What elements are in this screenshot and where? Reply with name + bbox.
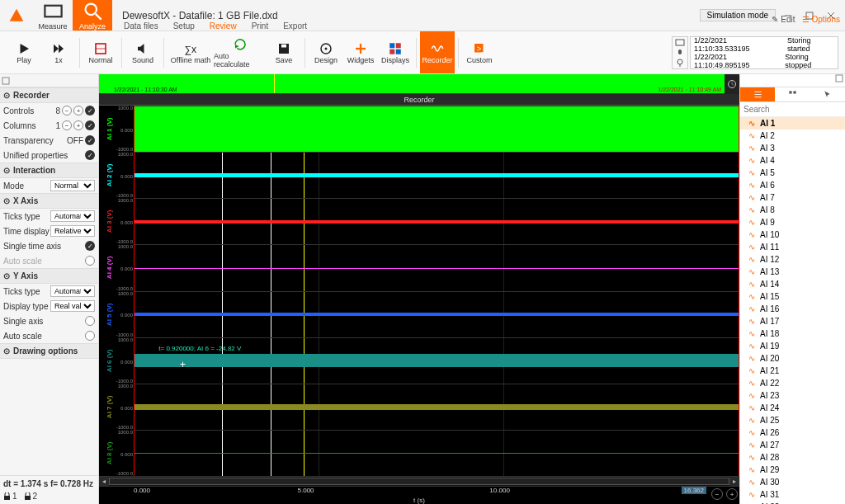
y-axis-channel-label[interactable]: AI 3 (V) xyxy=(99,198,119,244)
x-ticks-select[interactable]: Automatic xyxy=(50,210,95,222)
recorder-plot-area[interactable]: 1/22/2021 - 11:10:30 AM 1/22/2021 - 11:1… xyxy=(99,74,739,504)
channel-list-item[interactable]: ∿AI 24 xyxy=(740,402,845,414)
overview-bar[interactable]: 1/22/2021 - 11:10:30 AM 1/22/2021 - 11:1… xyxy=(99,74,725,94)
interaction-section-header[interactable]: ⊙Interaction xyxy=(0,163,98,178)
controls-apply[interactable]: ✓ xyxy=(85,106,95,115)
zoom-in-button[interactable]: + xyxy=(726,488,738,500)
xaxis-section-header[interactable]: ⊙X Axis xyxy=(0,193,98,209)
play-button[interactable]: Play xyxy=(7,31,41,73)
channel-list-item[interactable]: ∿AI 1 xyxy=(740,117,845,130)
subtab-setup[interactable]: Setup xyxy=(173,21,195,31)
channels-tab[interactable] xyxy=(740,87,775,101)
y-axis-channel-label[interactable]: AI 2 (V) xyxy=(99,152,119,198)
offline-math-button[interactable]: ∑xOffline math xyxy=(168,31,214,73)
channel-list-item[interactable]: ∿AI 26 xyxy=(740,426,845,439)
channel-list-item[interactable]: ∿AI 11 xyxy=(740,241,845,253)
time-display-select[interactable]: Relative xyxy=(50,225,95,237)
unified-toggle[interactable]: ✓ xyxy=(85,150,95,160)
y-autoscale-toggle[interactable] xyxy=(85,331,95,341)
channel-list-item[interactable]: ∿AI 22 xyxy=(740,377,845,389)
controls-minus[interactable]: − xyxy=(62,106,72,115)
display-type-select[interactable]: Real value xyxy=(50,300,95,312)
subtab-data-files[interactable]: Data files xyxy=(124,21,158,31)
channel-list-item[interactable]: ∿AI 15 xyxy=(740,290,845,303)
event-icons[interactable] xyxy=(672,36,688,69)
custom-display-button[interactable]: >_Custom xyxy=(462,31,497,73)
channel-list-item[interactable]: ∿AI 23 xyxy=(740,389,845,402)
x-autoscale-toggle[interactable] xyxy=(85,256,95,266)
scroll-thumb[interactable] xyxy=(109,478,729,485)
panel-collapse-right[interactable] xyxy=(740,74,845,87)
subtab-print[interactable]: Print xyxy=(252,21,269,31)
channel-list-item[interactable]: ∿AI 20 xyxy=(740,352,845,365)
y-axis-channel-label[interactable]: AI 5 (V) xyxy=(99,291,119,337)
clock-icon[interactable] xyxy=(725,74,739,94)
channel-list-item[interactable]: ∿AI 19 xyxy=(740,340,845,352)
channel-list-item[interactable]: ∿AI 29 xyxy=(740,464,845,476)
speed-button[interactable]: 1x xyxy=(41,31,76,73)
y-axis-channel-label[interactable]: AI 1 (V) xyxy=(99,106,119,152)
subtab-export[interactable]: Export xyxy=(283,21,307,31)
channel-list-item[interactable]: ∿AI 17 xyxy=(740,315,845,327)
displays-button[interactable]: Displays xyxy=(378,31,413,73)
single-time-toggle[interactable]: ✓ xyxy=(85,241,95,251)
y-axis-channel-label[interactable]: AI 7 (V) xyxy=(99,384,119,430)
save-button[interactable]: Save xyxy=(267,31,301,73)
channel-list-item[interactable]: ∿AI 8 xyxy=(740,204,845,216)
widgets-button[interactable]: Widgets xyxy=(343,31,378,73)
yaxis-section-header[interactable]: ⊙Y Axis xyxy=(0,268,98,284)
options-link[interactable]: ☰ Options xyxy=(802,15,840,24)
search-input[interactable] xyxy=(744,105,845,114)
columns-apply[interactable]: ✓ xyxy=(85,120,95,130)
panel-collapse-left[interactable] xyxy=(0,74,98,87)
overview-cursor[interactable] xyxy=(274,74,275,93)
channel-list-item[interactable]: ∿AI 14 xyxy=(740,278,845,290)
controls-plus[interactable]: + xyxy=(73,106,83,115)
channel-list-item[interactable]: ∿AI 18 xyxy=(740,327,845,340)
scroll-right[interactable]: ▸ xyxy=(729,477,739,486)
channel-list-item[interactable]: ∿AI 28 xyxy=(740,451,845,464)
auto-recalculate-button[interactable]: Auto recalculate xyxy=(214,31,267,73)
measure-tab[interactable]: Measure xyxy=(33,0,73,31)
recorder-section-header[interactable]: ⊙Recorder xyxy=(0,87,98,103)
plot-canvas[interactable]: t= 0.920000; AI 6 = -24.82 V+ xyxy=(134,106,739,476)
zoom-out-button[interactable]: − xyxy=(711,488,723,500)
channel-list-item[interactable]: ∿AI 3 xyxy=(740,142,845,154)
cursor-tab[interactable] xyxy=(810,87,845,101)
recorder-display-button[interactable]: Recorder xyxy=(420,31,455,73)
normal-mode-button[interactable]: Normal xyxy=(83,31,118,73)
channel-list-item[interactable]: ∿AI 27 xyxy=(740,439,845,451)
columns-plus[interactable]: + xyxy=(73,120,83,130)
channel-list-item[interactable]: ∿AI 9 xyxy=(740,216,845,228)
y-axis-channel-label[interactable]: AI 6 (V) xyxy=(99,337,119,384)
cursor-lock-1[interactable]: 1 xyxy=(3,492,17,501)
analyze-tab[interactable]: Analyze xyxy=(73,0,112,31)
y-axis-channel-label[interactable]: AI 4 (V) xyxy=(99,244,119,290)
channel-list-item[interactable]: ∿AI 5 xyxy=(740,167,845,179)
channel-list-item[interactable]: ∿AI 4 xyxy=(740,154,845,167)
design-button[interactable]: Design xyxy=(309,31,343,73)
channel-list-item[interactable]: ∿AI 16 xyxy=(740,303,845,315)
sound-button[interactable]: Sound xyxy=(125,31,160,73)
channel-list-item[interactable]: ∿AI 32 xyxy=(740,501,845,504)
channel-list-item[interactable]: ∿AI 2 xyxy=(740,130,845,142)
channel-list-item[interactable]: ∿AI 30 xyxy=(740,476,845,488)
channel-list-item[interactable]: ∿AI 10 xyxy=(740,228,845,241)
y-axis-channel-label[interactable]: AI 8 (V) xyxy=(99,430,119,476)
channel-list-item[interactable]: ∿AI 13 xyxy=(740,266,845,278)
channel-list-item[interactable]: ∿AI 21 xyxy=(740,365,845,377)
edit-link[interactable]: ✎ Edit xyxy=(772,15,795,24)
time-scrollbar[interactable]: ◂ ▸ xyxy=(99,476,739,486)
channel-list-item[interactable]: ∿AI 6 xyxy=(740,179,845,191)
channel-list-item[interactable]: ∿AI 7 xyxy=(740,191,845,204)
subtab-review[interactable]: Review xyxy=(210,21,237,31)
transparency-toggle[interactable]: ✓ xyxy=(85,135,95,145)
y-ticks-select[interactable]: Automatic xyxy=(50,285,95,297)
cursor-lock-2[interactable]: 2 xyxy=(24,492,38,501)
mode-select[interactable]: Normal xyxy=(50,180,95,191)
channel-list-item[interactable]: ∿AI 31 xyxy=(740,488,845,501)
single-axis-toggle[interactable] xyxy=(85,316,95,326)
scroll-left[interactable]: ◂ xyxy=(99,477,109,486)
channel-list-item[interactable]: ∿AI 25 xyxy=(740,414,845,426)
drawing-section-header[interactable]: ⊙Drawing options xyxy=(0,343,98,359)
